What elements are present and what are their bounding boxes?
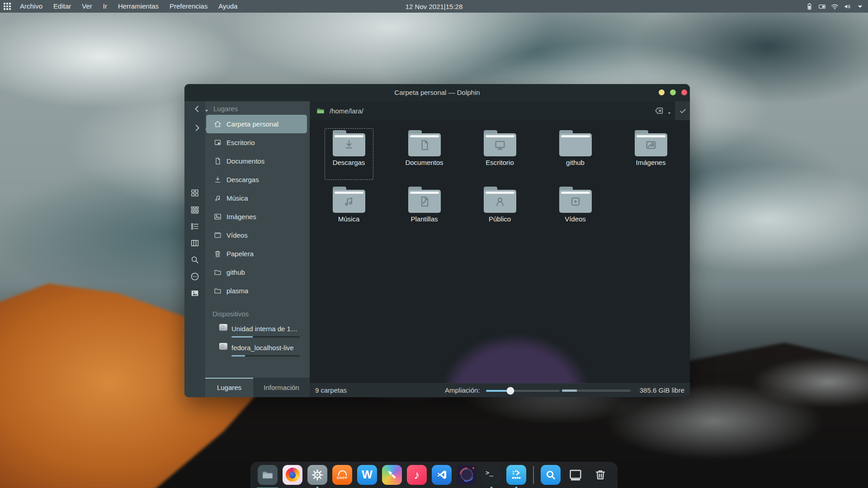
dock-item[interactable] [382, 465, 402, 485]
dock-item[interactable] [541, 465, 561, 485]
search-icon[interactable] [190, 255, 200, 265]
dock-item[interactable] [432, 465, 452, 485]
folder-item[interactable]: Plantillas [387, 187, 462, 243]
folder-item[interactable]: Música [311, 187, 387, 243]
folder-item[interactable]: Vídeos [538, 187, 613, 243]
places-panel: Lugares Carpeta personal Escritorio [205, 101, 310, 378]
clear-text-icon[interactable] [654, 106, 664, 116]
user-emblem-icon [493, 194, 507, 209]
panel-icon[interactable] [818, 2, 826, 11]
sidebar-place[interactable]: Papelera [206, 244, 307, 263]
menubar-item[interactable]: Herramientas [113, 0, 164, 13]
items-count: 9 carpetas [315, 386, 347, 394]
folder-item[interactable]: Escritorio [462, 130, 538, 187]
locations-dropdown-icon[interactable] [667, 109, 672, 114]
back-button[interactable] [192, 104, 202, 114]
sidebar: Lugares Carpeta personal Escritorio [184, 101, 310, 397]
menubar-item[interactable]: Ayuda [213, 0, 243, 13]
hdd-icon [219, 343, 228, 351]
sidebar-tab[interactable]: Información [253, 378, 310, 397]
dock-item[interactable] [457, 465, 476, 485]
maximize-button[interactable] [670, 89, 676, 95]
video-icon [213, 231, 222, 239]
folder-item[interactable]: github [538, 130, 613, 187]
monitor-emblem-icon [493, 138, 507, 152]
menubar-item[interactable]: Ir [98, 0, 113, 13]
sidebar-place[interactable]: Vídeos [206, 226, 307, 244]
volume-icon[interactable] [843, 2, 852, 11]
wifi-icon[interactable] [830, 2, 839, 11]
sidebar-tabs: Lugares Información [205, 378, 310, 397]
split-view-icon[interactable] [190, 238, 200, 248]
folder-item[interactable]: Documentos [387, 130, 462, 187]
apps-grid-icon[interactable] [3, 2, 12, 11]
free-space: 385.6 GiB libre [640, 386, 684, 394]
menubar-item[interactable]: Archivo [14, 0, 48, 13]
more-options-icon[interactable] [190, 272, 200, 282]
sidebar-device[interactable]: fedora_localhost-live [205, 341, 310, 360]
home-icon [213, 120, 222, 128]
sidebar-tab[interactable]: Lugares [205, 378, 253, 397]
titlebar[interactable]: Carpeta personal — Dolphin [184, 84, 690, 101]
desktop: Archivo Editar Ver Ir Herramientas Prefe… [0, 0, 868, 488]
folder-grid: Descargas Documentos [310, 120, 690, 383]
close-button[interactable] [681, 89, 687, 95]
files-dock-icon [261, 468, 274, 482]
battery-icon[interactable] [805, 2, 814, 11]
dock-item[interactable] [533, 466, 534, 484]
folder-view[interactable]: Descargas Documentos [310, 120, 690, 383]
icons-view-icon[interactable] [190, 188, 200, 198]
sidebar-place[interactable]: github [206, 263, 307, 282]
dock-item[interactable] [566, 465, 585, 485]
dock-item[interactable] [283, 465, 302, 485]
location-bar[interactable]: /home/lara/ [310, 101, 690, 120]
menubar-item[interactable]: Ver [76, 0, 98, 13]
sidebar-place[interactable]: Descargas [206, 170, 307, 189]
zoom-slider[interactable] [486, 390, 560, 392]
details-view-icon[interactable] [190, 221, 200, 231]
device-usage-bar [231, 336, 300, 338]
search-dock-icon [544, 469, 557, 481]
dock-item[interactable]: >_ [481, 465, 501, 485]
places-list: Carpeta personal Escritorio Documentos [205, 115, 310, 300]
menubar-item[interactable]: Editar [48, 0, 76, 13]
dock-item[interactable]: SHOP [332, 465, 352, 485]
folder-icon [559, 130, 592, 156]
minimize-button[interactable] [659, 89, 665, 95]
dock-item[interactable]: W [357, 465, 377, 485]
sidebar-place[interactable]: plasma [206, 282, 307, 300]
dock-item[interactable] [258, 465, 278, 485]
sidebar-place[interactable]: Música [206, 189, 307, 207]
sidebar-place[interactable]: Imágenes [206, 207, 307, 226]
confirm-location-button[interactable] [675, 101, 690, 120]
folder-icon [333, 130, 365, 156]
location-path[interactable]: /home/lara/ [330, 107, 363, 115]
caret-down-icon[interactable] [856, 2, 864, 11]
folder-label: github [538, 159, 613, 166]
folder-item[interactable]: Descargas [311, 130, 387, 187]
device-usage-bar [231, 355, 300, 357]
preview-icon[interactable] [190, 288, 200, 298]
vscode-icon [436, 469, 448, 481]
dock-item[interactable] [506, 465, 526, 485]
compact-view-icon[interactable] [190, 205, 200, 215]
dock-item[interactable] [307, 465, 327, 485]
sidebar-device[interactable]: Unidad interna de 1… [205, 322, 310, 341]
dock-item[interactable]: ♪ [407, 465, 427, 485]
zoom-slider-thumb[interactable] [506, 387, 514, 395]
devices-list: Unidad interna de 1… fedora_localhost-li… [205, 322, 310, 360]
sidebar-place[interactable]: Documentos [206, 152, 307, 170]
devices-header: Dispositivos [212, 310, 310, 319]
clock[interactable]: 12 Nov 2021|15:28 [406, 3, 463, 10]
document-emblem-icon [417, 138, 432, 152]
sidebar-place[interactable]: Carpeta personal [206, 115, 307, 133]
folder-item[interactable]: Imágenes [613, 130, 689, 187]
folder-label: Escritorio [462, 159, 538, 166]
dock-item[interactable] [590, 465, 610, 485]
shop-bag-icon [338, 470, 347, 476]
forward-button[interactable] [192, 123, 202, 133]
menubar-item[interactable]: Preferencias [164, 0, 213, 13]
download-icon [213, 175, 222, 184]
sidebar-place[interactable]: Escritorio [206, 133, 307, 152]
folder-item[interactable]: Público [462, 187, 538, 243]
